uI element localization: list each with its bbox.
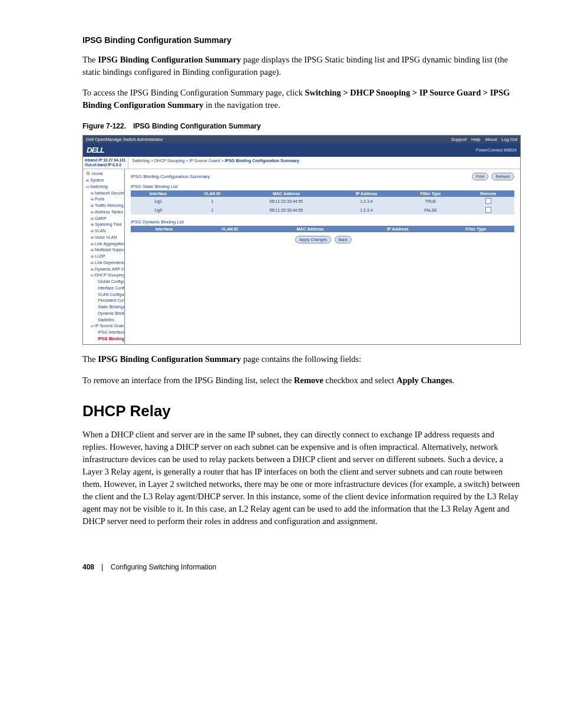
nav-item[interactable]: Persistent Configuration bbox=[86, 298, 124, 304]
text: page contains the following fields: bbox=[241, 354, 361, 364]
cell: 00:11:22:33:44:55 bbox=[239, 197, 333, 206]
support-link[interactable]: Support bbox=[451, 137, 467, 142]
apply-changes-button[interactable]: Apply Changes bbox=[295, 236, 331, 243]
dell-logo: DELL bbox=[87, 146, 104, 154]
crumb[interactable]: Switching bbox=[132, 159, 150, 163]
nav-item[interactable]: IP Source Guard bbox=[86, 323, 124, 330]
nav-item[interactable]: Interface Configuration bbox=[86, 285, 124, 292]
page-footer: 408 Configuring Switching Information bbox=[82, 563, 521, 571]
column-header: VLAN ID bbox=[197, 226, 262, 232]
cell: 1.2.3.4 bbox=[334, 206, 399, 215]
nav-item[interactable]: Voice VLAN bbox=[86, 235, 124, 241]
nav-item[interactable]: Home bbox=[86, 171, 124, 177]
window-titlebar: Dell OpenManage Switch Administrator Sup… bbox=[83, 136, 520, 143]
about-link[interactable]: About bbox=[485, 137, 497, 142]
paragraph-2: To access the IPSG Binding Configuration… bbox=[82, 87, 521, 111]
nav-item[interactable]: Link Dependency bbox=[86, 260, 124, 266]
oob-ip: Out-of-band IP:0.0.0 bbox=[85, 163, 126, 167]
nav-tree[interactable]: HomeSystemSwitchingNetwork SecurityPorts… bbox=[83, 169, 125, 344]
table-row: 1/g5100:11:22:33:44:551.2.3.4FALSE bbox=[131, 206, 514, 215]
crumb[interactable]: DHCP Snooping bbox=[154, 159, 184, 163]
text: The bbox=[82, 55, 98, 64]
chapter-title: Configuring Switching Information bbox=[111, 563, 216, 571]
paragraph-1: The IPSG Binding Configuration Summary p… bbox=[82, 54, 521, 78]
nav-item[interactable]: Spanning Tree bbox=[86, 222, 124, 228]
column-header: Remove bbox=[462, 190, 514, 197]
back-button[interactable]: Back bbox=[335, 236, 352, 243]
cell: 00:11:22:33:44:55 bbox=[239, 206, 333, 215]
print-button[interactable]: Print bbox=[472, 173, 488, 180]
dhcp-relay-title: DHCP Relay bbox=[82, 402, 521, 420]
nav-item[interactable]: System bbox=[86, 177, 124, 184]
figure-screenshot: Dell OpenManage Switch Administrator Sup… bbox=[82, 135, 521, 345]
nav-item[interactable]: Ports bbox=[86, 196, 124, 203]
dynamic-list-title: IPSG Dynamic Binding List bbox=[131, 219, 514, 225]
remove-checkbox-cell bbox=[462, 206, 514, 215]
column-header: IP Address bbox=[334, 190, 399, 197]
dynamic-binding-table: InterfaceVLAN IDMAC AddressIP AddressFil… bbox=[131, 226, 514, 232]
nav-item[interactable]: Switching bbox=[86, 184, 124, 190]
figure-number: Figure 7-122. bbox=[82, 122, 126, 130]
nav-item[interactable]: IPSG Interface Configuration bbox=[86, 330, 124, 336]
breadcrumb: Switching>DHCP Snooping>IP Source Guard>… bbox=[128, 157, 520, 169]
apply-term: Apply Changes bbox=[396, 375, 452, 385]
cell: 1/g5 bbox=[131, 206, 186, 215]
nav-item[interactable]: VLAN Configuration bbox=[86, 292, 124, 298]
nav-item[interactable]: Address Tables bbox=[86, 209, 124, 216]
column-header: Filter Type bbox=[437, 226, 514, 232]
cell: TRUE bbox=[399, 197, 462, 206]
column-header: Interface bbox=[131, 190, 186, 197]
cell: 1/g1 bbox=[131, 197, 186, 206]
nav-item[interactable]: Multicast Support bbox=[86, 247, 124, 253]
text: checkbox and select bbox=[323, 375, 396, 385]
nav-item[interactable]: Network Security bbox=[86, 190, 124, 197]
nav-item[interactable]: VLAN bbox=[86, 228, 124, 235]
app-title: Dell OpenManage Switch Administrator bbox=[86, 137, 163, 142]
device-info: Inband IP:10.27.64.181 Out-of-band IP:0.… bbox=[83, 157, 128, 169]
cell: 1 bbox=[186, 206, 239, 215]
nav-item[interactable]: Traffic Mirroring bbox=[86, 203, 124, 209]
nav-item[interactable]: Static Bindings Configuration bbox=[86, 304, 124, 311]
nav-item[interactable]: Statistics bbox=[86, 317, 124, 324]
crumb-current: IPSG Binding Configuration Summary bbox=[225, 159, 299, 163]
nav-item[interactable]: DHCP Snooping bbox=[86, 272, 124, 279]
bold-term: IPSG Binding Configuration Summary bbox=[98, 55, 241, 64]
table-row: 1/g1100:11:22:33:44:551.2.3.4TRUE bbox=[131, 197, 514, 206]
text: in the navigation tree. bbox=[203, 100, 280, 110]
refresh-button[interactable]: Refresh bbox=[491, 173, 514, 180]
nav-item[interactable]: Global Configuration bbox=[86, 279, 124, 285]
crumb[interactable]: IP Source Guard bbox=[189, 159, 220, 163]
help-link[interactable]: Help bbox=[471, 137, 480, 142]
cell: 1 bbox=[186, 197, 239, 206]
column-header: MAC Address bbox=[262, 226, 358, 232]
inband-ip: Inband IP:10.27.64.181 bbox=[85, 158, 126, 163]
figure-title: IPSG Binding Configuration Summary bbox=[133, 122, 261, 130]
column-header: IP Address bbox=[358, 226, 437, 232]
nav-item[interactable]: IPSG Binding Configuration bbox=[86, 336, 124, 342]
cell: 1.2.3.4 bbox=[334, 197, 399, 206]
footer-separator bbox=[102, 564, 103, 571]
content-title: IPSG Binding Configuration Summary bbox=[131, 174, 210, 179]
remove-term: Remove bbox=[294, 375, 323, 385]
section-subtitle: IPSG Binding Configuration Summary bbox=[82, 35, 521, 45]
nav-item[interactable]: Dynamic Bindings Summary bbox=[86, 311, 124, 317]
static-list-title: IPSG Static Binding List bbox=[131, 184, 514, 189]
logout-link[interactable]: Log Out bbox=[501, 137, 517, 142]
product-name: PowerConnect M8024 bbox=[476, 148, 517, 152]
text: To access the IPSG Binding Configuration… bbox=[82, 88, 305, 97]
remove-checkbox[interactable] bbox=[485, 207, 491, 213]
page-number: 408 bbox=[82, 563, 94, 571]
nav-item[interactable]: Dynamic ARP Inspection bbox=[86, 266, 124, 273]
static-binding-table: InterfaceVLAN IDMAC AddressIP AddressFil… bbox=[131, 190, 514, 215]
cell: FALSE bbox=[399, 206, 462, 215]
paragraph-4: To remove an interface from the IPSG Bin… bbox=[82, 374, 521, 387]
bold-term: IPSG Binding Configuration Summary bbox=[98, 354, 241, 364]
figure-caption: Figure 7-122.IPSG Binding Configuration … bbox=[82, 122, 521, 130]
remove-checkbox[interactable] bbox=[485, 198, 491, 204]
content-pane: IPSG Binding Configuration Summary Print… bbox=[125, 169, 520, 344]
nav-item[interactable]: GARP bbox=[86, 216, 124, 222]
nav-item[interactable]: Link Aggregation bbox=[86, 241, 124, 248]
nav-item[interactable]: LLDP bbox=[86, 253, 124, 260]
column-header: MAC Address bbox=[239, 190, 333, 197]
remove-checkbox-cell bbox=[462, 197, 514, 206]
